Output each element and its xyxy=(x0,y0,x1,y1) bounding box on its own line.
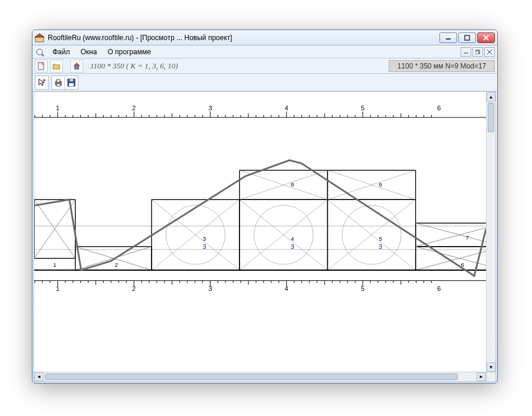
svg-text:1: 1 xyxy=(53,261,57,268)
maximize-button[interactable] xyxy=(458,32,476,43)
svg-text:5: 5 xyxy=(379,235,382,242)
menu-app-icon xyxy=(35,47,44,57)
scroll-down-button[interactable]: ▼ xyxy=(487,362,495,372)
menu-file[interactable]: Файл xyxy=(48,47,75,57)
titlebar: RooftileRu (www.rooftile.ru) - [Просмотр… xyxy=(32,30,497,45)
printer-icon xyxy=(54,78,63,87)
svg-line-7 xyxy=(42,54,44,56)
svg-rect-20 xyxy=(57,84,60,86)
mdi-minimize-button[interactable] xyxy=(461,47,471,57)
floppy-icon xyxy=(67,78,75,87)
window-controls xyxy=(439,32,495,43)
scroll-thumb-horizontal[interactable] xyxy=(45,374,458,380)
svg-text:2: 2 xyxy=(132,104,136,112)
save-button[interactable] xyxy=(65,76,78,89)
secondary-toolbar xyxy=(32,74,497,91)
svg-line-113 xyxy=(416,247,486,270)
svg-text:3: 3 xyxy=(202,243,206,250)
menu-windows[interactable]: Окна xyxy=(76,47,102,57)
svg-text:8: 8 xyxy=(291,181,294,188)
scroll-right-button[interactable]: ► xyxy=(477,372,486,381)
svg-marker-1 xyxy=(35,34,44,37)
svg-rect-13 xyxy=(38,63,44,70)
svg-point-6 xyxy=(37,49,42,55)
main-toolbar: 1100 * 350 ( K = 1, 3, 6, 10) 1100 * 350… xyxy=(32,58,497,74)
svg-line-135 xyxy=(416,223,486,247)
svg-marker-14 xyxy=(73,63,80,66)
svg-text:1: 1 xyxy=(56,285,60,292)
new-file-icon xyxy=(37,62,45,70)
status-label: 1100 * 350 мм N=9 Mod=17 xyxy=(389,60,495,72)
svg-rect-19 xyxy=(57,80,60,82)
new-button[interactable] xyxy=(35,60,48,73)
tool-group-2 xyxy=(51,76,78,90)
svg-text:4: 4 xyxy=(291,235,294,242)
svg-rect-116 xyxy=(416,223,486,247)
close-icon xyxy=(487,50,492,54)
svg-text:4: 4 xyxy=(285,104,288,112)
svg-rect-15 xyxy=(74,66,79,70)
svg-text:3: 3 xyxy=(203,235,206,242)
close-icon xyxy=(483,35,489,41)
house-icon xyxy=(73,62,81,70)
maximize-icon xyxy=(464,35,470,41)
svg-text:3: 3 xyxy=(208,285,212,292)
vertical-scrollbar[interactable]: ▲ ▼ xyxy=(486,92,495,372)
mdi-close-button[interactable] xyxy=(484,47,495,57)
horizontal-scrollbar[interactable]: ◄ ► xyxy=(34,372,486,381)
minimize-icon xyxy=(445,35,451,41)
svg-line-132 xyxy=(416,247,486,270)
tool-group-1 xyxy=(35,76,49,90)
svg-text:4: 4 xyxy=(285,285,288,292)
print-button[interactable] xyxy=(52,76,65,89)
menubar: Файл Окна О программе xyxy=(32,45,497,58)
svg-rect-22 xyxy=(70,79,73,81)
svg-text:2: 2 xyxy=(115,261,119,268)
menu-about[interactable]: О программе xyxy=(103,47,155,57)
pointer-icon xyxy=(38,78,46,87)
pointer-button[interactable] xyxy=(35,76,48,89)
mdi-restore-button[interactable] xyxy=(472,47,483,57)
svg-line-118 xyxy=(416,223,486,247)
restore-icon xyxy=(475,50,480,54)
svg-text:1: 1 xyxy=(56,104,60,112)
svg-line-133 xyxy=(416,247,486,270)
app-window: RooftileRu (www.rooftile.ru) - [Просмотр… xyxy=(32,30,498,384)
minimize-icon xyxy=(464,50,468,54)
scroll-thumb-vertical[interactable] xyxy=(488,103,494,132)
scroll-corner xyxy=(486,372,495,381)
svg-text:5: 5 xyxy=(361,104,364,112)
svg-rect-3 xyxy=(465,35,469,40)
close-button[interactable] xyxy=(477,32,495,43)
svg-text:5: 5 xyxy=(361,285,364,292)
svg-text:9: 9 xyxy=(379,181,382,188)
svg-rect-10 xyxy=(475,51,479,54)
svg-text:2: 2 xyxy=(132,285,136,292)
svg-text:3: 3 xyxy=(379,243,382,250)
canvas[interactable]: 123456 123343536789 123456 xyxy=(34,92,486,372)
mdi-controls xyxy=(461,47,495,57)
svg-line-134 xyxy=(416,223,486,247)
app-icon xyxy=(35,33,44,42)
svg-rect-112 xyxy=(416,247,486,270)
content-area: 123456 123343536789 123456 ▲ ▼ ◄ ► xyxy=(34,91,496,382)
open-folder-icon xyxy=(52,62,61,70)
svg-line-114 xyxy=(416,247,486,270)
render-button[interactable] xyxy=(70,60,83,73)
svg-text:6: 6 xyxy=(437,285,441,292)
svg-text:3: 3 xyxy=(291,243,294,250)
open-button[interactable] xyxy=(50,60,63,73)
svg-text:6: 6 xyxy=(437,104,441,112)
svg-text:7: 7 xyxy=(465,234,469,241)
svg-rect-23 xyxy=(69,83,74,86)
scroll-up-button[interactable]: ▲ xyxy=(487,92,495,101)
tile-info-label: 1100 * 350 ( K = 1, 3, 6, 10) xyxy=(90,61,178,71)
svg-line-117 xyxy=(416,223,486,247)
drawing-canvas: 123456 123343536789 123456 xyxy=(34,92,486,372)
minimize-button[interactable] xyxy=(439,32,457,43)
svg-text:3: 3 xyxy=(208,104,212,112)
scroll-left-button[interactable]: ◄ xyxy=(34,372,44,381)
svg-point-17 xyxy=(43,79,45,81)
window-title: RooftileRu (www.rooftile.ru) - [Просмотр… xyxy=(48,34,439,42)
